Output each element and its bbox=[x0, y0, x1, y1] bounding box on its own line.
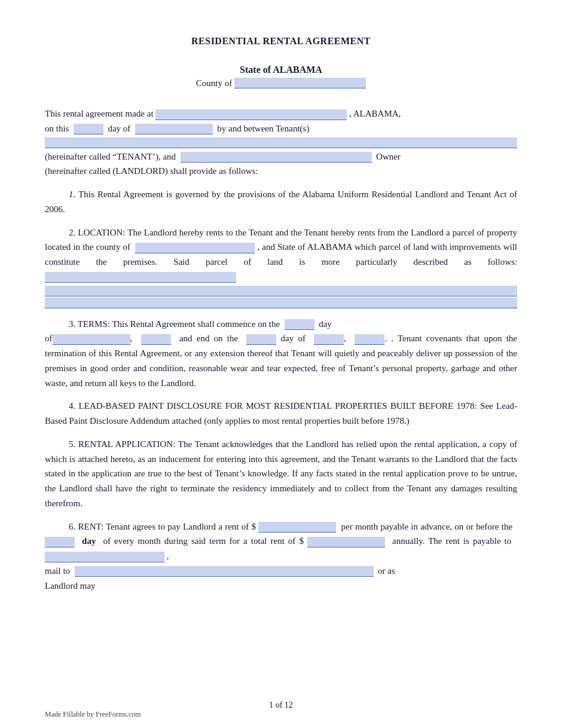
page-footer: 1 of 12 bbox=[0, 701, 562, 710]
section-3: 3. TERMS: This Rental Agreement shall co… bbox=[45, 317, 517, 391]
section-5-text: RENTAL APPLICATION: The Tenant acknowled… bbox=[45, 439, 517, 508]
intro-paragraph: This rental agreement made at , ALABAMA,… bbox=[45, 106, 517, 179]
section-3-day2: day of bbox=[281, 334, 306, 343]
county-field[interactable] bbox=[234, 78, 366, 88]
section-4-text: LEAD-BASED PAINT DISCLOSURE FOR MOST RES… bbox=[45, 401, 517, 426]
section-6-per-month: per month payable in advance, on or befo… bbox=[341, 522, 513, 531]
location-field[interactable] bbox=[155, 109, 347, 120]
section-6-number: 6. bbox=[69, 522, 75, 531]
section-6-landlord-may: Landlord may bbox=[45, 581, 96, 591]
owner-name-field[interactable] bbox=[181, 152, 372, 163]
section-6-of-every: of every month during said term for a to… bbox=[103, 536, 303, 546]
rent-amount-field[interactable] bbox=[258, 522, 336, 533]
payable-to-field[interactable] bbox=[45, 552, 164, 562]
section-5: 5. RENTAL APPLICATION: The Tenant acknow… bbox=[45, 437, 517, 511]
section-1: 1. This Rental Agreement is governed by … bbox=[45, 187, 517, 217]
county-line: County of bbox=[45, 78, 517, 88]
end-month-field[interactable] bbox=[314, 334, 344, 345]
total-rent-field[interactable] bbox=[307, 537, 385, 547]
property-desc-field-2[interactable] bbox=[45, 286, 517, 296]
page-number: 1 of 12 bbox=[269, 701, 293, 709]
section-4: 4. LEAD-BASED PAINT DISCLOSURE FOR MOST … bbox=[45, 399, 517, 429]
intro-part4: day of bbox=[108, 124, 130, 133]
hereinafter-landlord: (hereinafter called (LANDLORD) shall pro… bbox=[45, 166, 258, 176]
section-6-text-pre: RENT: Tenant agrees to pay Landlord a re… bbox=[78, 522, 255, 531]
section-6-mail-to: mail to bbox=[45, 566, 70, 576]
section-3-number: 3. bbox=[69, 319, 75, 329]
county-location-field[interactable] bbox=[135, 243, 255, 253]
section-1-text: This Rental Agreement is governed by the… bbox=[45, 189, 517, 214]
owner-label: Owner bbox=[376, 152, 401, 161]
section-3-of: of bbox=[45, 334, 53, 343]
section-1-number: 1. bbox=[69, 189, 75, 199]
section-2-number: 2. bbox=[69, 228, 75, 237]
county-label-text: County of bbox=[196, 78, 232, 88]
due-day-field[interactable] bbox=[45, 537, 75, 547]
end-year-field[interactable] bbox=[355, 334, 384, 345]
property-desc-field-1[interactable] bbox=[45, 272, 236, 283]
intro-part1: This rental agreement made at bbox=[45, 109, 154, 118]
section-3-and-end: and end on the bbox=[179, 334, 238, 343]
end-day-field[interactable] bbox=[246, 334, 276, 345]
mail-address-field[interactable] bbox=[75, 566, 374, 577]
section-6-or-as: or as bbox=[378, 566, 395, 576]
section-4-number: 4. bbox=[69, 401, 75, 411]
hereinafter-tenant: (hereinafter called “TENANT’), and bbox=[45, 152, 176, 161]
state-header: State of ALABAMA County of bbox=[45, 65, 517, 88]
start-month-field[interactable] bbox=[53, 334, 130, 345]
document-page: RESIDENTIAL RENTAL AGREEMENT State of AL… bbox=[0, 0, 562, 728]
tenant-name-field[interactable] bbox=[45, 137, 517, 148]
property-desc-field-3[interactable] bbox=[45, 298, 517, 308]
start-day-field[interactable] bbox=[285, 319, 314, 330]
section-6: 6. RENT: Tenant agrees to pay Landlord a… bbox=[45, 519, 517, 594]
section-6-annually: annually. The rent is payable to bbox=[392, 536, 511, 546]
intro-part2: , ALABAMA, bbox=[349, 109, 401, 118]
document-title: RESIDENTIAL RENTAL AGREEMENT bbox=[45, 36, 517, 47]
intro-part5: by and between Tenant(s) bbox=[217, 124, 309, 133]
intro-part3: on this bbox=[45, 124, 69, 133]
start-year-field[interactable] bbox=[141, 334, 171, 345]
section-5-number: 5. bbox=[69, 439, 75, 449]
state-label: State of ALABAMA bbox=[45, 65, 517, 75]
section-2: 2. LOCATION: The Landlord hereby rents t… bbox=[45, 225, 517, 308]
section-3-text-pre: TERMS: This Rental Agreement shall comme… bbox=[78, 319, 280, 329]
month-field[interactable] bbox=[135, 124, 213, 134]
footer-note: Made Fillable by FreeForms.com bbox=[45, 710, 141, 719]
section-6-day-bold: day bbox=[82, 536, 96, 546]
section-3-day: day bbox=[319, 319, 332, 329]
day-field[interactable] bbox=[74, 124, 103, 134]
